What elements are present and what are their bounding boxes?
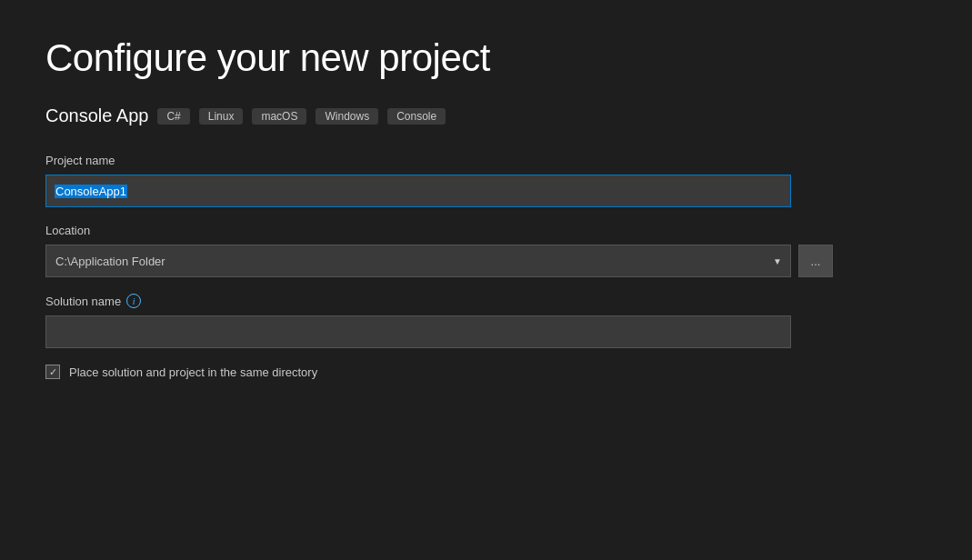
- location-label: Location: [45, 224, 927, 237]
- tag-macos: macOS: [252, 108, 306, 125]
- tag-linux: Linux: [199, 108, 244, 125]
- app-type-label: Console App: [45, 105, 148, 126]
- page-title: Configure your new project: [45, 36, 927, 80]
- browse-button[interactable]: ...: [798, 245, 833, 277]
- checkbox-label[interactable]: Place solution and project in the same d…: [69, 365, 317, 379]
- same-directory-checkbox[interactable]: ✓: [45, 365, 60, 379]
- tag-windows: Windows: [316, 108, 378, 125]
- project-name-section: Project name ConsoleApp1: [45, 154, 927, 207]
- location-section: Location C:\Application Folder ▼ ...: [45, 224, 927, 277]
- location-row: C:\Application Folder ▼ ...: [45, 245, 927, 277]
- location-dropdown-wrapper: C:\Application Folder ▼: [45, 245, 791, 277]
- tag-csharp: C#: [157, 108, 189, 125]
- subtitle-row: Console App C# Linux macOS Windows Conso…: [45, 105, 927, 126]
- tag-console: Console: [387, 108, 446, 125]
- solution-name-info-icon[interactable]: i: [126, 294, 141, 308]
- checkmark-icon: ✓: [49, 367, 57, 377]
- solution-name-section: Solution name i: [45, 294, 927, 348]
- solution-name-input[interactable]: [45, 315, 791, 348]
- solution-name-label: Solution name i: [45, 294, 927, 308]
- checkbox-row: ✓ Place solution and project in the same…: [45, 365, 927, 379]
- project-name-input[interactable]: [45, 175, 791, 207]
- project-name-label: Project name: [45, 154, 927, 167]
- main-container: Configure your new project Console App C…: [0, 0, 972, 415]
- location-dropdown[interactable]: C:\Application Folder: [45, 245, 791, 277]
